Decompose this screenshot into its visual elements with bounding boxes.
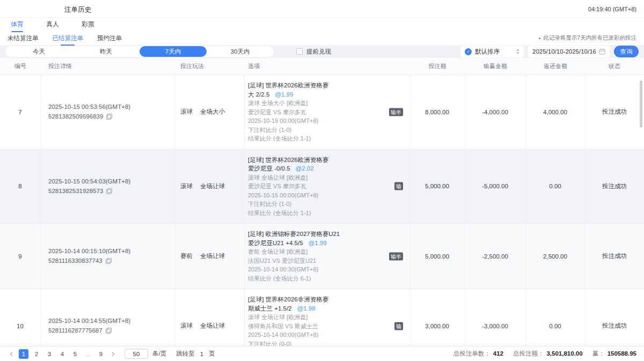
table-row[interactable]: 9 2025-10-14 00:15:10(GMT+8) 52811163308… <box>0 224 644 289</box>
pagination-bar: 12345...9 50 条/页 跳转至 1 页 总投注单数：412 总投注额：… <box>0 346 644 361</box>
option-detail-line: 滚球 全场大小 [欧洲盘] <box>248 99 391 108</box>
sub-tab[interactable]: 已结算注单 <box>53 34 84 42</box>
vertical-scrollbar[interactable] <box>640 80 642 128</box>
winloss-cell: -4,000.00 <box>465 75 526 149</box>
play-market: 全场让球 <box>200 322 225 330</box>
nav-tab[interactable]: 体育 <box>11 20 24 29</box>
check-circle-icon: ✓ <box>465 48 472 55</box>
page-button[interactable]: 5 <box>70 349 80 359</box>
page-button[interactable]: 3 <box>45 349 54 359</box>
sort-caret-icon <box>516 49 519 54</box>
selection: 爱沙尼亚U21 +4.5/5 <box>248 240 303 246</box>
bet-amount-cell: 8,000.00 <box>410 75 465 149</box>
selection: 爱沙尼亚 -0/0.5 <box>248 165 290 172</box>
filter-right-controls: ✓ 默认排序 2025/10/10-2025/10/16 查询 <box>460 46 639 57</box>
result-badge: 输半 <box>389 108 403 116</box>
sub-tab[interactable]: 预约注单 <box>97 34 122 42</box>
option-detail-line: 2025-10-15 00:00(GMT+8) <box>248 116 391 126</box>
range-button[interactable]: 30天内 <box>207 46 274 57</box>
table-row[interactable]: 7 2025-10-15 00:53:56(GMT+8) 52813825095… <box>0 75 644 150</box>
winloss-cell: -3,000.00 <box>465 289 526 346</box>
play-market: 全场让球 <box>200 182 225 190</box>
page-button[interactable]: 4 <box>57 349 67 359</box>
bet-id: 5281382509596839 <box>48 113 103 121</box>
option-cell: [足球] 欧洲锦标赛2027资格赛U21 爱沙尼亚U21 +4.5/5@1.99… <box>245 224 410 289</box>
selection-line: 爱沙尼亚 -0/0.5@2.02 <box>248 164 391 173</box>
option-detail-line: 爱沙尼亚 VS 摩尔多瓦 <box>248 182 391 191</box>
page-unit-label: 页 <box>209 350 215 358</box>
per-page-label: 条/页 <box>152 350 166 358</box>
bet-time: 2025-10-15 00:54:03(GMT+8) <box>48 178 174 186</box>
sort-select[interactable]: ✓ 默认排序 <box>460 46 524 57</box>
odds-value: @2.02 <box>296 165 314 172</box>
selection: 大 2/2.5 <box>248 91 269 98</box>
status-cell: 投注成功 <box>585 75 644 149</box>
table-row[interactable]: 8 2025-10-15 00:54:03(GMT+8) 52813825319… <box>0 150 644 224</box>
table-body: 7 2025-10-15 00:53:56(GMT+8) 52813825095… <box>0 75 644 346</box>
play-phase: 滚球 <box>180 322 193 330</box>
play-phase: 滚球 <box>180 182 193 190</box>
sub-tab[interactable]: 未结算注单 <box>8 34 39 42</box>
page-button[interactable]: 9 <box>96 349 106 359</box>
filter-bar: 今天昨天7天内30天内 提前兑现 ✓ 默认排序 2025/10/10-2025/… <box>0 45 644 58</box>
query-button[interactable]: 查询 <box>614 46 639 57</box>
bet-detail-cell: 2025-10-15 00:54:03(GMT+8) 5281382531928… <box>41 150 175 224</box>
column-header: 投注额 <box>410 62 465 70</box>
nav-tab[interactable]: 彩票 <box>82 20 94 29</box>
result-badge: 输 <box>394 182 403 190</box>
play-phase: 滚球 <box>180 108 193 116</box>
page-size-input[interactable]: 50 <box>125 349 148 359</box>
table-row[interactable]: 10 2025-10-14 00:14:55(GMT+8) 5281116287… <box>0 289 644 346</box>
page-button[interactable]: 1 <box>19 349 28 359</box>
copy-icon[interactable] <box>106 114 112 120</box>
option-detail-line: 结果比分 (全场比分 1-1) <box>248 209 391 218</box>
column-header: 投注玩法 <box>175 62 245 70</box>
row-number: 8 <box>0 150 41 224</box>
jump-page-input[interactable]: 1 <box>200 351 203 357</box>
bet-time: 2025-10-15 00:53:56(GMT+8) <box>48 103 174 111</box>
prev-page-button[interactable] <box>8 349 17 359</box>
refund-cell: 0.00 <box>526 289 585 346</box>
range-button[interactable]: 7天内 <box>140 46 207 57</box>
copy-icon[interactable] <box>106 328 112 334</box>
date-range-picker[interactable]: 2025/10/10-2025/10/16 <box>528 46 610 57</box>
selection: 斯威士兰 +1.5/2 <box>248 305 292 312</box>
copy-icon[interactable] <box>106 258 112 264</box>
record-notice: 此记录将显示7天内所有已派彩的投注 <box>539 34 636 42</box>
option-detail-line: 法国U21 VS 爱沙尼亚U21 <box>248 256 391 266</box>
option-detail-line: 下注时比分 (1-0) <box>248 200 391 209</box>
option-detail-line: 下注时比分 (0-0) <box>248 340 391 347</box>
selection-line: 爱沙尼亚U21 +4.5/5@1.99 <box>248 239 391 248</box>
range-button[interactable]: 今天 <box>5 46 72 57</box>
option-cell: [足球] 世界杯2026非洲资格赛 斯威士兰 +1.5/2@1.98 滚球 全场… <box>245 289 410 346</box>
option-detail-line: 佛得角共和国 VS 斯威士兰 <box>248 322 391 331</box>
copy-icon[interactable] <box>106 188 112 194</box>
chevron-left-icon <box>10 351 14 356</box>
next-page-button[interactable] <box>107 349 117 359</box>
server-time: 04:19:40 (GMT+8) <box>588 6 636 12</box>
bet-detail-cell: 2025-10-14 00:15:10(GMT+8) 5281116330837… <box>41 224 175 289</box>
result-badge: 输 <box>394 322 403 330</box>
column-header: 返还金额 <box>526 62 585 70</box>
bet-detail-cell: 2025-10-14 00:14:55(GMT+8) 5281116287775… <box>41 289 175 346</box>
league-name: [足球] 世界杯2026欧洲资格赛 <box>248 81 391 90</box>
checkbox-icon[interactable] <box>296 48 303 55</box>
play-type-cell: 滚球 全场让球 <box>175 150 245 224</box>
page-button[interactable]: 2 <box>32 349 41 359</box>
league-name: [足球] 世界杯2026非洲资格赛 <box>248 295 391 304</box>
range-button[interactable]: 昨天 <box>72 46 140 57</box>
notice-text: 此记录将显示7天内所有已派彩的投注 <box>543 34 636 42</box>
nav-tab[interactable]: 真人 <box>46 20 59 29</box>
bet-amount-cell: 5,000.00 <box>410 150 465 224</box>
odds-value: @1.98 <box>297 305 316 312</box>
summary-totals: 总投注单数：412 总投注额：3,501,810.00 赢：150588.95 <box>453 350 636 358</box>
total-amount: 总投注额：3,501,810.00 <box>513 350 583 358</box>
early-cashout-checkbox[interactable]: 提前兑现 <box>296 48 331 56</box>
bet-amount-cell: 3,000.00 <box>410 289 465 346</box>
date-range-segmented-control: 今天昨天7天内30天内 <box>5 46 274 57</box>
option-detail-line: 2025-10-15 00:00(GMT+8) <box>248 191 391 200</box>
option-detail-line: 滚球 全场让球 [欧洲盘] <box>248 173 391 182</box>
bet-table: 编号投注详情投注玩法选项投注额输赢金额返还金额状态 7 2025-10-15 0… <box>0 58 644 346</box>
notice-dot-icon <box>539 38 540 39</box>
bet-time: 2025-10-14 00:15:10(GMT+8) <box>48 247 174 255</box>
